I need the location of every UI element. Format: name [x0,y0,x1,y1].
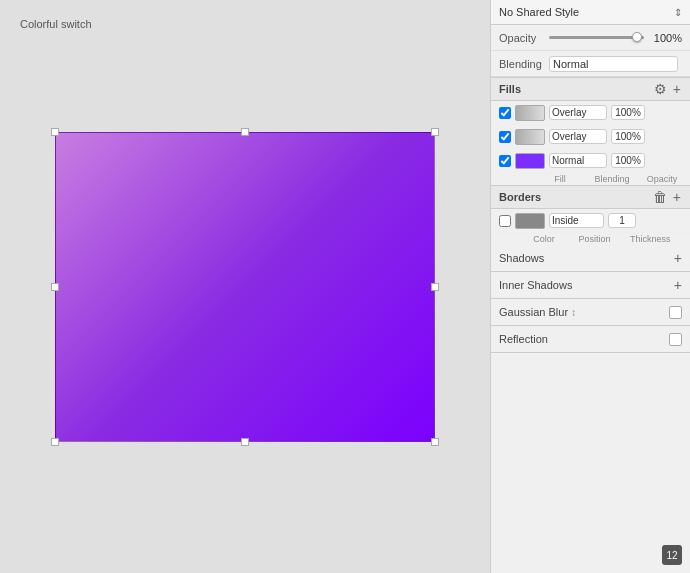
canvas-box [55,132,435,442]
opacity-value: 100% [648,32,682,44]
reflection-header[interactable]: Reflection [491,326,690,352]
page-badge: 12 [662,545,682,565]
fill-row-0: Overlay Normal [491,101,690,125]
handle-bot-left[interactable] [51,438,59,446]
borders-actions: 🗑 + [652,190,682,204]
borders-delete-button[interactable]: 🗑 [652,190,668,204]
shadows-add-icon[interactable]: + [674,250,682,266]
shadows-title: Shadows [499,252,674,264]
inner-shadows-header[interactable]: Inner Shadows + [491,272,690,298]
fill-col-labels: Fill Blending Opacity [491,173,690,185]
border-row-0: Inside Center Outside [491,209,690,233]
opacity-label: Opacity [499,32,545,44]
shared-style-chevron-icon: ⇕ [674,7,682,18]
border-swatch-0[interactable] [515,213,545,229]
gaussian-blur-checkbox[interactable] [669,306,682,319]
fill-row-2: Normal Overlay [491,149,690,173]
blending-select[interactable]: Normal Multiply Screen Overlay [549,56,678,72]
fill-checkbox-0[interactable] [499,107,511,119]
fill-col-blending: Blending [583,174,641,184]
opacity-slider[interactable] [549,36,644,39]
fill-col-opacity: Opacity [645,174,679,184]
border-position-select-0[interactable]: Inside Center Outside [549,213,604,228]
gaussian-blur-title: Gaussian Blur ↕ [499,306,669,318]
fill-mode-select-1[interactable]: Overlay Normal [549,129,607,144]
blending-row: Blending Normal Multiply Screen Overlay [491,51,690,77]
fills-settings-button[interactable]: ⚙ [653,82,668,96]
fill-swatch-2[interactable] [515,153,545,169]
fill-checkbox-1[interactable] [499,131,511,143]
handle-top-right[interactable] [431,128,439,136]
fill-checkbox-2[interactable] [499,155,511,167]
opacity-row: Opacity 100% [491,25,690,51]
shadows-section: Shadows + [491,245,690,272]
gaussian-blur-header[interactable]: Gaussian Blur ↕ [491,299,690,325]
gaussian-blur-arrow-icon: ↕ [571,307,576,318]
fill-opacity-2[interactable] [611,153,645,168]
fills-add-button[interactable]: + [672,82,682,96]
fills-title: Fills [499,83,653,95]
blending-label: Blending [499,58,545,70]
border-thickness-0[interactable] [608,213,636,228]
borders-add-button[interactable]: + [672,190,682,204]
borders-section-header: Borders 🗑 + [491,185,690,209]
panel-spacer: 12 [491,353,690,573]
shared-style-select[interactable]: No Shared Style [499,6,672,18]
inner-shadows-title: Inner Shadows [499,279,674,291]
inner-shadows-add-icon[interactable]: + [674,277,682,293]
border-col-color: Color [529,234,559,244]
reflection-checkbox[interactable] [669,333,682,346]
reflection-title: Reflection [499,333,669,345]
fill-swatch-1[interactable] [515,129,545,145]
blending-select-wrap: Normal Multiply Screen Overlay [549,56,678,72]
border-col-position: Position [567,234,622,244]
layer-label: Colorful switch [20,18,92,30]
fill-col-fill: Fill [545,174,575,184]
handle-mid-right[interactable] [431,283,439,291]
handle-bot-mid[interactable] [241,438,249,446]
handle-top-left[interactable] [51,128,59,136]
canvas-element[interactable] [55,132,435,442]
fill-opacity-0[interactable] [611,105,645,120]
reflection-section: Reflection [491,326,690,353]
shadows-header[interactable]: Shadows + [491,245,690,271]
fill-mode-select-2[interactable]: Normal Overlay [549,153,607,168]
handle-top-mid[interactable] [241,128,249,136]
opacity-thumb[interactable] [632,32,642,42]
border-checkbox-0[interactable] [499,215,511,227]
border-col-labels: Color Position Thickness [491,233,690,245]
inner-shadows-section: Inner Shadows + [491,272,690,299]
handle-bot-right[interactable] [431,438,439,446]
fill-mode-select-0[interactable]: Overlay Normal [549,105,607,120]
handle-mid-left[interactable] [51,283,59,291]
fills-actions: ⚙ + [653,82,682,96]
fill-row-1: Overlay Normal [491,125,690,149]
right-panel: No Shared Style ⇕ Opacity 100% Blending … [490,0,690,573]
fill-opacity-1[interactable] [611,129,645,144]
gaussian-blur-section: Gaussian Blur ↕ [491,299,690,326]
fills-section-header: Fills ⚙ + [491,77,690,101]
border-col-thickness: Thickness [630,234,658,244]
shared-style-row: No Shared Style ⇕ [491,0,690,25]
borders-title: Borders [499,191,652,203]
canvas-area: Colorful switch [0,0,490,573]
fill-swatch-0[interactable] [515,105,545,121]
